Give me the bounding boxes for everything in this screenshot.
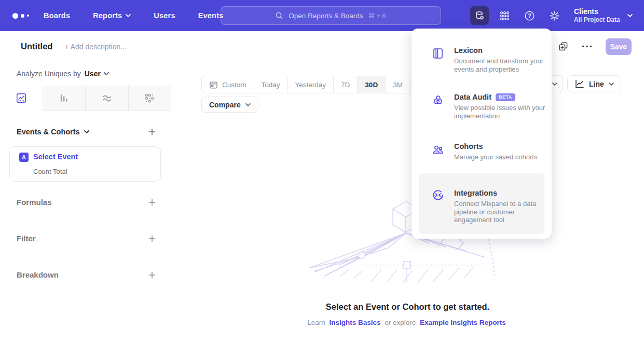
insights-basics-link[interactable]: Insights Basics	[329, 319, 380, 326]
integrations-title: Integrations	[454, 188, 497, 198]
project-scope: All Project Data	[574, 16, 620, 24]
events-cohorts-header[interactable]: Events & Cohorts	[17, 128, 89, 136]
range-custom-label: Custom	[222, 81, 246, 89]
add-formula-button[interactable]	[148, 198, 156, 207]
duplicate-button[interactable]	[558, 42, 568, 51]
gear-icon	[549, 10, 560, 21]
nav-reports[interactable]: Reports	[93, 11, 131, 20]
chevron-down-icon	[84, 130, 89, 133]
navbar-actions: ? Clients All Project Data	[470, 6, 633, 25]
ellipsis-icon	[582, 45, 592, 48]
more-options-button[interactable]	[582, 45, 592, 48]
tab-metrics-grid[interactable]	[128, 86, 171, 111]
range-30d[interactable]: 30D	[357, 76, 385, 93]
menu-item-text: Cohorts Manage your saved cohorts	[454, 142, 550, 161]
menu-item-text: Data Audit BETA View possible issues wit…	[454, 92, 550, 120]
project-text: Clients All Project Data	[574, 7, 620, 24]
compare-label: Compare	[209, 101, 241, 109]
range-today[interactable]: Today	[254, 76, 287, 93]
global-search[interactable]: Open Reports & Boards ⌘ + K	[221, 6, 441, 25]
bar-chart-tab-icon	[58, 92, 70, 104]
menu-item-text: Lexicon Document and transform your even…	[454, 46, 550, 73]
search-icon	[275, 11, 283, 20]
add-breakdown-button[interactable]	[148, 271, 156, 279]
chevron-down-icon	[609, 83, 614, 86]
range-custom[interactable]: Custom	[202, 76, 254, 93]
events-cohorts-section: Events & Cohorts	[17, 128, 156, 136]
tab-line-chart[interactable]	[0, 86, 43, 111]
tab-bar-chart[interactable]	[43, 86, 86, 111]
event-card[interactable]: A Select Event Count Total	[9, 146, 161, 182]
example-reports-link[interactable]: Example Insights Reports	[420, 319, 506, 326]
beta-badge: BETA	[496, 93, 515, 101]
range-30d-label: 30D	[365, 81, 378, 89]
help-icon: ?	[524, 10, 535, 21]
lexicon-title: Lexicon	[454, 46, 483, 55]
add-event-button[interactable]	[148, 128, 156, 136]
add-description-field[interactable]: + Add description...	[64, 43, 126, 51]
menu-item-data-audit[interactable]: Data Audit BETA View possible issues wit…	[412, 92, 552, 120]
range-3m-label: 3M	[393, 81, 403, 89]
settings-button[interactable]	[545, 6, 564, 25]
nav-boards[interactable]: Boards	[44, 11, 70, 20]
menu-item-lexicon[interactable]: Lexicon Document and transform your even…	[412, 46, 552, 73]
nav-reports-label: Reports	[93, 11, 122, 20]
mixpanel-logo[interactable]	[12, 13, 35, 19]
report-actions: Save	[558, 38, 632, 55]
compare-dropdown[interactable]: Compare	[201, 97, 258, 113]
range-7d[interactable]: 7D	[333, 76, 357, 93]
chevron-down-icon	[126, 14, 131, 17]
chart-type-tabs	[0, 86, 171, 111]
project-switcher[interactable]: Clients All Project Data	[574, 7, 633, 24]
select-event-label[interactable]: Select Event	[33, 153, 78, 161]
nav-events[interactable]: Events	[198, 11, 224, 20]
plus-icon	[148, 271, 156, 279]
svg-text:?: ?	[528, 12, 531, 19]
line-chart-tab-icon	[16, 92, 27, 104]
filter-label: Filter	[17, 234, 36, 243]
metrics-tab-icon	[144, 92, 155, 104]
range-7d-label: 7D	[341, 81, 350, 89]
plus-icon	[148, 198, 156, 207]
chevron-down-icon	[552, 83, 557, 86]
chevron-down-icon	[627, 14, 633, 17]
nav-events-label: Events	[198, 11, 224, 20]
flow-tab-icon	[101, 92, 113, 104]
calendar-icon	[209, 80, 218, 89]
empty-state-title: Select an Event or Cohort to get started…	[171, 302, 644, 312]
chart-type-label: Line	[589, 80, 604, 88]
nav-boards-label: Boards	[44, 11, 70, 20]
analyze-row: Analyze Uniques by User	[17, 70, 109, 78]
org-name: Clients	[574, 7, 620, 16]
top-navbar: Boards Reports Users Events Open Reports…	[0, 0, 644, 31]
range-3m[interactable]: 3M	[385, 76, 410, 93]
formulas-section: Formulas	[17, 198, 156, 207]
integrations-description: Connect Mixpanel to a data pipeline or c…	[454, 200, 546, 224]
analyze-by-value: User	[85, 70, 101, 78]
cohorts-title: Cohorts	[454, 142, 483, 151]
chevron-down-icon	[245, 103, 251, 106]
chevron-down-icon	[104, 72, 109, 75]
database-gear-icon	[474, 10, 485, 21]
nav-users[interactable]: Users	[154, 11, 175, 20]
analyze-by-dropdown[interactable]: User	[85, 70, 109, 78]
save-button[interactable]: Save	[606, 38, 632, 55]
tab-flow-chart[interactable]	[85, 86, 128, 111]
count-total-label[interactable]: Count Total	[33, 168, 67, 175]
filter-section: Filter	[17, 234, 156, 243]
data-management-menu: Lexicon Document and transform your even…	[412, 29, 552, 239]
menu-item-integrations[interactable]: Integrations Connect Mixpanel to a data …	[419, 173, 544, 234]
data-management-button[interactable]	[470, 6, 489, 25]
help-button[interactable]: ?	[520, 6, 539, 25]
menu-item-cohorts[interactable]: Cohorts Manage your saved cohorts	[412, 142, 552, 161]
chart-type-dropdown[interactable]: Line	[567, 75, 621, 92]
range-yesterday-label: Yesterday	[295, 81, 326, 89]
range-today-label: Today	[262, 81, 280, 89]
range-yesterday[interactable]: Yesterday	[287, 76, 334, 93]
events-cohorts-label: Events & Cohorts	[17, 128, 80, 136]
apps-grid-button[interactable]	[495, 6, 514, 25]
add-filter-button[interactable]	[148, 235, 156, 243]
report-title[interactable]: Untitled	[21, 42, 52, 51]
lexicon-description: Document and transform your events and p…	[454, 57, 550, 73]
data-audit-icon	[432, 94, 444, 106]
